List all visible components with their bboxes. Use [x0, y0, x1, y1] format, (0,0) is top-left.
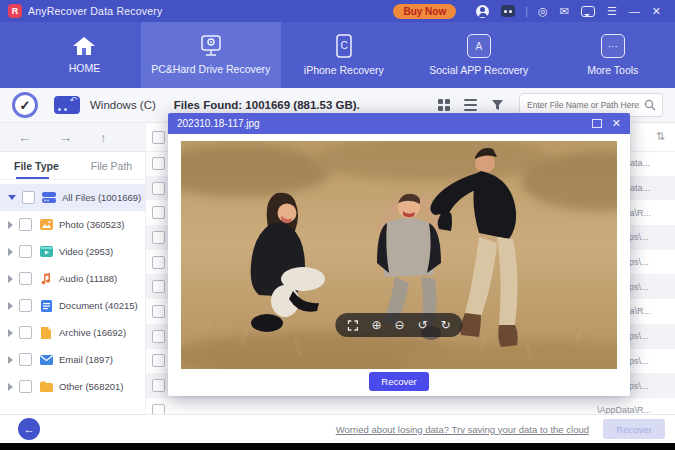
- zoom-out-icon[interactable]: ⊖: [394, 319, 404, 331]
- tree-label: Video (2953): [59, 246, 113, 257]
- modal-recover-button[interactable]: Recover: [369, 372, 429, 391]
- grid-view-button[interactable]: [438, 99, 450, 111]
- support-avatar-icon[interactable]: [476, 5, 489, 18]
- menu-icon[interactable]: ☰: [607, 0, 617, 22]
- tab-label: HOME: [69, 62, 101, 74]
- tree-checkbox[interactable]: [19, 272, 32, 285]
- mail-icon[interactable]: ✉: [560, 0, 569, 22]
- nav-forward-button[interactable]: →: [59, 130, 72, 145]
- row-checkbox[interactable]: [152, 206, 165, 219]
- expand-arrow-icon[interactable]: [8, 275, 13, 283]
- image-viewer-toolbar: ⊕ ⊖ ↺ ↻: [335, 313, 462, 337]
- row-checkbox[interactable]: [152, 182, 165, 195]
- preview-dialog-titlebar[interactable]: 202310.18-117.jpg ✕: [168, 113, 630, 134]
- buy-now-button[interactable]: Buy Now: [393, 4, 456, 19]
- tree-checkbox[interactable]: [19, 299, 32, 312]
- list-view-button[interactable]: [464, 99, 477, 112]
- row-checkbox[interactable]: [152, 280, 165, 293]
- row-checkbox[interactable]: [152, 404, 165, 414]
- tree-label: Document (40215): [59, 300, 138, 311]
- fullscreen-icon[interactable]: [347, 320, 358, 331]
- tab-label: More Tools: [587, 64, 638, 76]
- tree-checkbox[interactable]: [19, 380, 32, 393]
- tree-item-email[interactable]: Email (1897): [0, 346, 145, 373]
- tree-item-document[interactable]: Document (40215): [0, 292, 145, 319]
- video-icon: [39, 246, 53, 258]
- preview-dialog: 202310.18-117.jpg ✕: [168, 113, 630, 396]
- tree-checkbox[interactable]: [19, 326, 32, 339]
- rotate-right-icon[interactable]: ↻: [441, 319, 451, 331]
- archive-icon: [39, 327, 53, 339]
- tab-social-app-recovery[interactable]: A Social APP Recovery: [407, 22, 551, 88]
- tab-more-tools[interactable]: ··· More Tools: [551, 22, 675, 88]
- nav-up-button[interactable]: ↑: [100, 130, 107, 145]
- row-checkbox[interactable]: [152, 354, 165, 367]
- zoom-in-icon[interactable]: ⊕: [371, 319, 381, 331]
- tree-checkbox[interactable]: [19, 245, 32, 258]
- footer-recover-button[interactable]: Recover: [603, 419, 665, 439]
- search-icon[interactable]: [644, 99, 656, 111]
- preview-close-icon[interactable]: ✕: [612, 118, 621, 129]
- row-checkbox[interactable]: [152, 157, 165, 170]
- tree-label: Other (568201): [59, 381, 123, 392]
- photo-icon: [39, 219, 53, 231]
- back-button[interactable]: ←: [18, 418, 40, 440]
- all-files-icon: [42, 192, 56, 204]
- list-view-icon: [464, 99, 477, 112]
- table-row[interactable]: \AppData\R...: [145, 398, 675, 414]
- tree-checkbox[interactable]: [19, 218, 32, 231]
- row-checkbox[interactable]: [152, 330, 165, 343]
- tree-item-video[interactable]: Video (2953): [0, 238, 145, 265]
- preview-image: ⊕ ⊖ ↺ ↻: [181, 141, 617, 369]
- collapse-arrow-icon[interactable]: [8, 195, 16, 200]
- close-button[interactable]: ✕: [652, 0, 661, 22]
- main-nav: HOME PC&Hard Drive Recovery C iPhone Rec…: [0, 22, 675, 88]
- iphone-recovery-icon: C: [336, 34, 352, 58]
- row-checkbox[interactable]: [152, 305, 165, 318]
- sidebar: ← → ↑ File Type File Path All Files (100…: [0, 123, 146, 414]
- cloud-backup-link[interactable]: Worried about losing data? Try saving yo…: [336, 424, 589, 435]
- tab-iphone-recovery[interactable]: C iPhone Recovery: [281, 22, 407, 88]
- search-input[interactable]: [520, 100, 644, 110]
- expand-arrow-icon[interactable]: [8, 383, 13, 391]
- pc-recovery-icon: [199, 35, 223, 57]
- tree-item-photo[interactable]: Photo (360523): [0, 211, 145, 238]
- chat-icon[interactable]: [581, 6, 595, 17]
- tab-file-type[interactable]: File Type: [6, 152, 67, 179]
- nav-back-button[interactable]: ←: [18, 130, 31, 145]
- expand-arrow-icon[interactable]: [8, 302, 13, 310]
- rotate-left-icon[interactable]: ↺: [418, 319, 428, 331]
- tree-item-audio[interactable]: Audio (11188): [0, 265, 145, 292]
- tab-file-path[interactable]: File Path: [83, 152, 140, 179]
- expand-arrow-icon[interactable]: [8, 248, 13, 256]
- feedback-icon[interactable]: ◎: [538, 0, 548, 22]
- social-app-icon: A: [467, 34, 491, 58]
- email-icon: [39, 354, 53, 366]
- tree-item-all-files[interactable]: All Files (1001669): [0, 184, 145, 211]
- select-all-checkbox[interactable]: [152, 131, 165, 144]
- sort-icon[interactable]: ⇅: [656, 130, 665, 143]
- expand-arrow-icon[interactable]: [8, 356, 13, 364]
- files-found-text: Files Found: 1001669 (881.53 GB).: [174, 99, 360, 111]
- bottom-letterbox: [0, 443, 675, 450]
- tab-pc-hard-drive-recovery[interactable]: PC&Hard Drive Recovery: [141, 22, 281, 88]
- minimize-button[interactable]: —: [629, 0, 640, 22]
- row-checkbox[interactable]: [152, 231, 165, 244]
- expand-arrow-icon[interactable]: [8, 221, 13, 229]
- discord-icon[interactable]: [501, 5, 515, 17]
- tab-home[interactable]: HOME: [28, 22, 141, 88]
- document-icon: [39, 300, 53, 312]
- tree-item-other[interactable]: Other (568201): [0, 373, 145, 400]
- app-logo-icon: R: [8, 4, 22, 18]
- row-checkbox[interactable]: [152, 379, 165, 392]
- maximize-icon[interactable]: [592, 119, 602, 128]
- tree-item-archive[interactable]: Archive (16692): [0, 319, 145, 346]
- filter-button[interactable]: [491, 99, 504, 111]
- tree-checkbox[interactable]: [22, 191, 35, 204]
- tree-checkbox[interactable]: [19, 353, 32, 366]
- tree-label: Email (1897): [59, 354, 113, 365]
- expand-arrow-icon[interactable]: [8, 329, 13, 337]
- tree-label: Audio (11188): [59, 273, 117, 284]
- tab-label: iPhone Recovery: [304, 64, 384, 76]
- row-checkbox[interactable]: [152, 256, 165, 269]
